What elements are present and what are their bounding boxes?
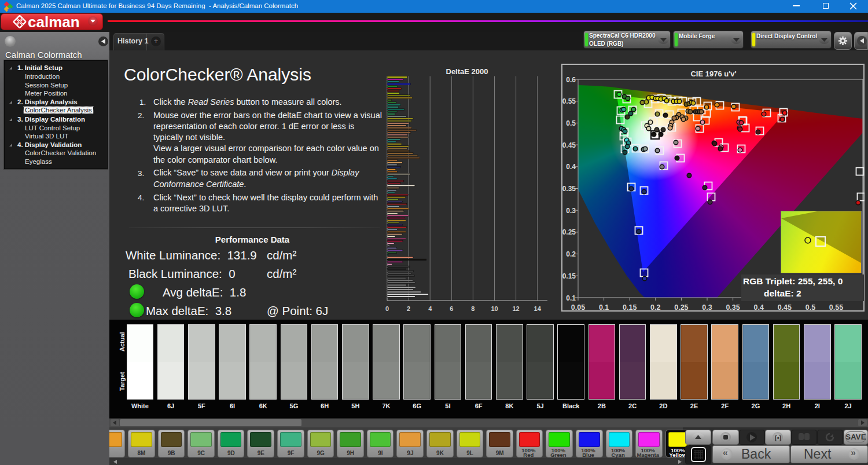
svg-text:DeltaE 2000: DeltaE 2000 — [446, 67, 488, 76]
svg-text:0.35: 0.35 — [562, 185, 576, 193]
svg-text:8: 8 — [471, 305, 475, 312]
svg-text:0.4: 0.4 — [754, 303, 764, 312]
svg-text:0.3: 0.3 — [566, 207, 576, 215]
svg-text:0.35: 0.35 — [726, 303, 740, 312]
svg-text:0.6: 0.6 — [566, 76, 576, 84]
svg-text:10: 10 — [491, 305, 498, 312]
svg-text:0.25: 0.25 — [562, 228, 576, 236]
svg-text:0.4: 0.4 — [566, 163, 576, 171]
svg-text:0.15: 0.15 — [562, 272, 576, 280]
svg-text:12: 12 — [512, 305, 519, 312]
svg-text:0.15: 0.15 — [623, 303, 637, 312]
svg-text:0: 0 — [385, 305, 389, 312]
svg-text:0.55: 0.55 — [562, 97, 576, 105]
svg-text:0.1: 0.1 — [599, 303, 609, 312]
svg-text:0.2: 0.2 — [650, 303, 660, 312]
svg-text:0.3: 0.3 — [702, 303, 712, 312]
svg-text:4: 4 — [428, 305, 432, 312]
svg-text:0.1: 0.1 — [566, 294, 576, 302]
svg-text:0.5: 0.5 — [566, 119, 576, 127]
svg-text:CIE 1976 u'v': CIE 1976 u'v' — [690, 69, 736, 78]
svg-text:0.55: 0.55 — [829, 303, 843, 312]
svg-text:0.2: 0.2 — [566, 250, 576, 258]
svg-text:0.45: 0.45 — [778, 303, 792, 312]
svg-text:0.25: 0.25 — [674, 303, 688, 312]
svg-text:0.5: 0.5 — [806, 303, 815, 312]
svg-text:6: 6 — [450, 305, 453, 312]
svg-text:0.05: 0.05 — [571, 303, 585, 312]
svg-text:0.45: 0.45 — [562, 141, 576, 149]
svg-text:14: 14 — [534, 305, 542, 312]
svg-text:2: 2 — [407, 305, 410, 312]
